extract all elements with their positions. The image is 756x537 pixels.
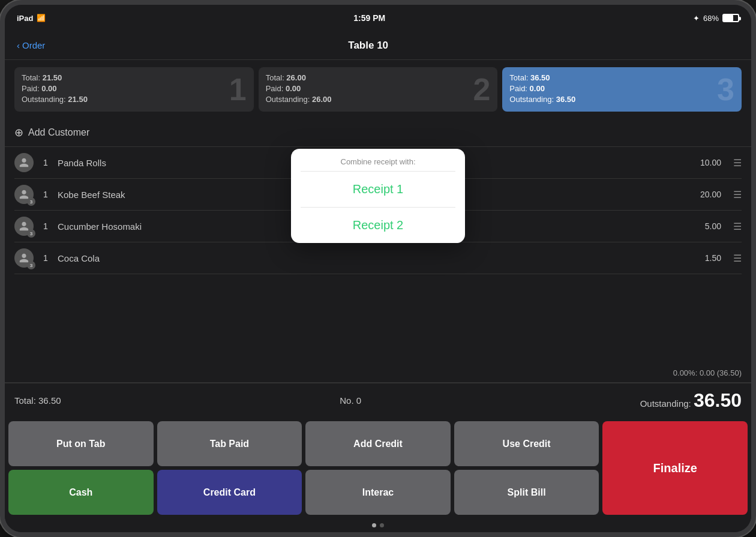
ipad-frame: iPad 📶 1:59 PM ✦ 68% ‹ Order Table 10 To… (0, 0, 756, 537)
popup-overlay: Combine receipt with: Receipt 1 Receipt … (5, 60, 751, 532)
receipt-2-option[interactable]: Receipt 2 (291, 208, 465, 243)
battery-icon (722, 14, 739, 22)
back-label: Order (22, 40, 45, 50)
back-button[interactable]: ‹ Order (17, 40, 45, 50)
battery-percent: 68% (703, 14, 719, 23)
status-bar: iPad 📶 1:59 PM ✦ 68% (5, 5, 751, 31)
status-right: ✦ 68% (693, 14, 739, 23)
main-content: Total: 21.50 Paid: 0.00 Outstanding: 21.… (5, 60, 751, 532)
combine-receipt-popup: Combine receipt with: Receipt 1 Receipt … (291, 149, 465, 243)
battery-fill (724, 15, 733, 21)
receipt-1-option[interactable]: Receipt 1 (291, 172, 465, 207)
popup-title: Combine receipt with: (291, 149, 465, 171)
ipad-label: iPad (17, 14, 33, 23)
back-chevron-icon: ‹ (17, 40, 20, 50)
nav-bar: ‹ Order Table 10 (5, 31, 751, 60)
status-left: iPad 📶 (17, 14, 46, 23)
wifi-icon: 📶 (37, 14, 46, 22)
status-time: 1:59 PM (353, 13, 385, 23)
page-title: Table 10 (348, 40, 388, 52)
bluetooth-icon: ✦ (693, 14, 700, 23)
